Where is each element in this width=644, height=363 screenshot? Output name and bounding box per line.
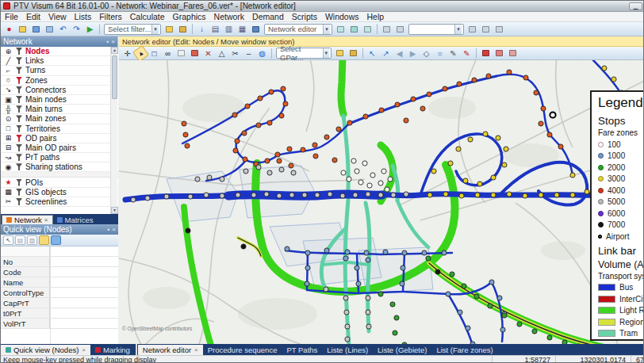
filter-icon[interactable] [16,179,22,186]
menu-windows[interactable]: Windows [321,12,363,21]
redo-button[interactable]: ↷ [71,23,82,35]
filter-icon[interactable] [16,57,22,64]
network-item-pois[interactable]: ★POIs [1,178,118,187]
flag-button[interactable] [189,48,201,59]
pair-view-icon[interactable]: ◇ [420,48,432,59]
nav-forward-icon[interactable]: ▶ [407,48,419,59]
attribute-value[interactable] [50,308,118,318]
chevron-down-icon[interactable]: ▾ [151,25,159,34]
dash-button[interactable]: ‒ [243,48,255,59]
layout-tabs-button[interactable] [362,23,374,35]
attribute-row-t0prt[interactable]: t0PrT [1,308,118,319]
attribute-value[interactable] [50,288,118,297]
filter-icon[interactable] [16,86,22,94]
gpar-combo[interactable]: Select GPar...▾ [276,48,332,59]
chevron-down-icon[interactable]: ▾ [323,25,330,34]
tab-matrices[interactable]: Matrices [53,215,98,224]
pencil-red-tool[interactable]: ✎ [461,48,473,59]
select-arrow-icon[interactable]: ↖ [3,235,13,245]
circle-tool[interactable]: ○ [434,48,446,59]
network-item-zones[interactable]: ○Zones [1,76,118,86]
record-button[interactable]: ● [3,23,15,35]
filter-icon[interactable] [16,48,22,55]
filter-combo[interactable]: Select filter...▾ [104,24,161,35]
filter-icon[interactable] [16,135,22,142]
pin-icon[interactable]: ▪ [107,226,109,233]
bottom-tab-liste-lines[interactable]: Liste (Lines) [322,345,373,355]
filter-icon[interactable] [16,198,22,205]
nav-back-icon[interactable]: ◀ [393,48,405,59]
filter-icon[interactable] [16,125,22,132]
network-panel-header[interactable]: Network ▪ × [1,36,117,47]
attribute-value[interactable] [50,319,118,328]
bottom-tab-pt-paths[interactable]: PT Paths [282,345,322,355]
globe-icon[interactable]: ◍ [256,48,268,59]
open-layout-icon[interactable] [39,235,49,245]
menu-file[interactable]: File [1,12,22,21]
network-item-od-pairs[interactable]: ⊞OD pairs [1,134,118,143]
attribute-row-controltype[interactable]: ControlType [1,288,118,298]
pencil-tool[interactable]: ✎ [447,48,459,59]
network-item-main-od-pairs[interactable]: ⊟Main OD pairs [1,143,118,153]
cursor-tool[interactable]: ▲ [132,45,149,62]
close-icon[interactable]: × [112,226,116,233]
attribute-value[interactable] [50,277,118,287]
chevron-down-icon[interactable]: ▾ [323,48,329,58]
menu-filters[interactable]: Filters [95,12,126,21]
menu-calculate[interactable]: Calculate [126,12,169,21]
close-icon[interactable]: × [82,346,86,353]
network-item-gis-objects[interactable]: ▦GIS objects [1,188,118,197]
network-item-sharing-stations[interactable]: ◉Sharing stations [1,162,118,172]
bottom-tab-list-fare-zones[interactable]: List (Fare zones) [431,345,497,355]
run-button[interactable]: ▶ [84,23,96,35]
network-item-connectors[interactable]: ↘Connectors [1,86,118,95]
network-item-main-nodes[interactable]: ▣Main nodes [1,95,118,105]
title-bar[interactable]: PTV Visum 64 Bit 16.01-00 - Network: Web… [1,1,644,12]
bottom-tab-procedure-sequence[interactable]: Procedure sequence [203,345,282,355]
nav-first-button[interactable] [466,23,478,35]
bottom-tab-quick-view-nodes[interactable]: Quick view (Nodes)× [1,345,90,355]
scroll-up-icon[interactable]: ▲ [111,47,118,54]
window-icon[interactable] [250,23,262,35]
zoom-grid-button[interactable] [480,48,492,59]
pan-tool[interactable]: ✛ [121,48,133,59]
attribute-row-code[interactable]: Code [1,267,118,277]
network-item-turns[interactable]: ⌐Turns [1,66,118,75]
import-button[interactable] [177,23,189,35]
network-item-prt-paths[interactable]: ↝PrT paths [1,153,118,162]
network-item-main-zones[interactable]: ⊙Main zones [1,114,118,124]
binoculars-icon[interactable]: ∞ [162,48,174,59]
menu-help[interactable]: Help [363,12,389,21]
undo-button[interactable]: ↶ [57,23,69,35]
network-map[interactable] [119,60,644,344]
bottom-tab-network-editor[interactable]: Network editor× [138,345,203,355]
layers-icon[interactable]: ▤ [209,23,221,35]
save-layout-icon[interactable] [51,235,61,245]
menu-view[interactable]: View [44,12,71,21]
filter-icon[interactable] [16,115,22,122]
layout-split-button[interactable] [348,23,360,35]
selection-box-tool[interactable]: □ [148,48,160,59]
lists-icon[interactable]: ▥ [223,23,235,35]
map-canvas[interactable]: © OpenStreetMap contributors Legend Stop… [119,60,644,344]
network-list-scrollbar[interactable]: ▲ ▼ [110,47,117,214]
zoom-in-button[interactable] [507,48,519,59]
menu-network[interactable]: Network [210,12,249,21]
network-item-nodes[interactable]: ⊕Nodes [1,47,118,56]
menu-demand[interactable]: Demand [248,12,288,21]
tab-network[interactable]: Network× [2,215,53,224]
attribute-value[interactable] [50,267,118,277]
copy-icon[interactable]: ▤ [15,235,25,245]
polygon-select-tool[interactable]: ✂ [229,48,241,59]
spatial-select-tool[interactable]: △ [216,48,228,59]
window-prev-button[interactable] [381,23,393,35]
network-item-links[interactable]: ╱Links [1,56,118,66]
legend-panel[interactable]: Legend Stops Fare zones 1001000200030004… [590,90,644,341]
menu-lists[interactable]: Lists [71,12,96,21]
filter-icon[interactable] [16,67,22,74]
net-select-icon[interactable]: ↖ [366,48,378,59]
close-icon[interactable]: × [194,346,198,353]
window-next-button[interactable] [394,23,406,35]
zoom-out-button[interactable] [493,48,505,59]
attribute-row-no[interactable]: No [1,257,118,267]
